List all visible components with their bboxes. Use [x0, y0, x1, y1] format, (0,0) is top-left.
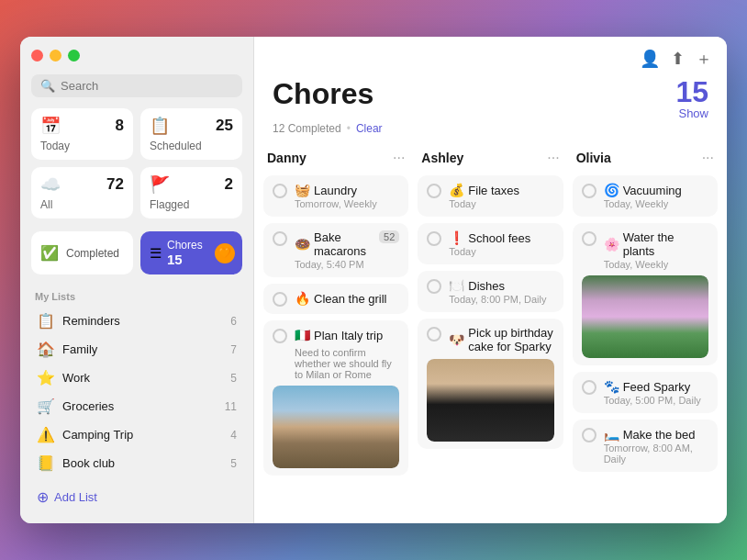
- columns-area: Danny ··· 🧺 Laundry Tomorrow, W: [254, 144, 727, 523]
- share-icon[interactable]: ⬆: [671, 49, 685, 69]
- list-item-groceries[interactable]: 🛒 Groceries 11: [31, 393, 242, 420]
- list-item-work-label: Work: [62, 371, 230, 385]
- task-dishes[interactable]: 🍽️ Dishes Today, 8:00 PM, Daily: [418, 271, 563, 312]
- clear-button[interactable]: Clear: [356, 122, 383, 135]
- task-school-checkbox[interactable]: [427, 231, 441, 246]
- list-item-camping-label: Camping Trip: [62, 428, 230, 442]
- column-header-danny: Danny ···: [263, 144, 408, 172]
- task-italy[interactable]: 🇮🇹 Plan Italy trip Need to confirm wheth…: [263, 320, 408, 476]
- show-button[interactable]: Show: [678, 106, 708, 120]
- list-item-work-count: 5: [230, 372, 237, 385]
- task-macarons-checkbox[interactable]: [273, 231, 287, 246]
- page-title: Chores: [273, 77, 374, 111]
- column-ashley: Ashley ··· 💰 File taxes Today: [418, 144, 563, 514]
- task-vacuuming[interactable]: 🌀 Vacuuming Today, Weekly: [573, 175, 718, 217]
- filter-all[interactable]: ☁️ 72 All: [31, 167, 133, 218]
- person-icon[interactable]: 👤: [640, 49, 660, 69]
- task-cake[interactable]: 🐶 Pick up birthday cake for Sparky: [418, 319, 563, 449]
- flagged-label: Flagged: [150, 198, 233, 211]
- completed-filter[interactable]: ✅ Completed: [31, 231, 133, 274]
- completed-label: Completed: [66, 247, 119, 260]
- olivia-tasks: 🌀 Vacuuming Today, Weekly: [573, 175, 718, 514]
- task-laundry-sub: Tomorrow, Weekly: [295, 198, 399, 209]
- column-menu-olivia[interactable]: ···: [702, 150, 714, 166]
- task-laundry-checkbox[interactable]: [273, 184, 287, 198]
- task-macarons[interactable]: 🍩 Bake macarons Today, 5:40 PM 52: [263, 223, 408, 277]
- add-list-button[interactable]: ⊕ Add List: [31, 484, 242, 510]
- task-vacuuming-checkbox[interactable]: [582, 184, 596, 198]
- task-cake-checkbox[interactable]: [427, 327, 441, 342]
- list-items: 📋 Reminders 6 🏠 Family 7 ⭐ Work 5 🛒 Groc…: [31, 308, 242, 480]
- column-name-ashley: Ashley: [421, 151, 463, 165]
- add-list-label: Add List: [54, 490, 97, 504]
- close-button[interactable]: [31, 50, 43, 62]
- filter-flagged[interactable]: 🚩 2 Flagged: [140, 167, 242, 218]
- task-feed-name: 🐾 Feed Sparky: [604, 379, 708, 394]
- list-item-camping-count: 4: [230, 429, 237, 442]
- fullscreen-button[interactable]: [68, 50, 80, 62]
- list-item-reminders[interactable]: 📋 Reminders 6: [31, 308, 242, 334]
- today-count: 8: [116, 117, 124, 135]
- task-plants[interactable]: 🌸 Water the plants Today, Weekly: [573, 223, 718, 365]
- task-taxes[interactable]: 💰 File taxes Today: [418, 175, 563, 217]
- app-window: 🔍 📅 8 Today 📋 25 Scheduled ☁️: [20, 37, 727, 523]
- list-item-bookclub[interactable]: 📒 Book club 5: [31, 450, 242, 476]
- task-bed[interactable]: 🛏️ Make the bed Tomorrow, 8:00 AM, Daily: [573, 420, 718, 472]
- scheduled-icon: 📋: [150, 116, 170, 136]
- task-school[interactable]: ❗ School fees Today: [418, 223, 563, 264]
- task-taxes-checkbox[interactable]: [427, 184, 441, 198]
- task-italy-note: Need to confirm whether we should fly to…: [273, 347, 399, 380]
- task-plants-sub: Today, Weekly: [604, 259, 708, 270]
- list-item-gardening[interactable]: 🌸 Gardening 15: [31, 478, 242, 480]
- task-italy-checkbox[interactable]: [273, 329, 287, 343]
- task-macarons-sub: Today, 5:40 PM: [295, 259, 372, 270]
- list-item-reminders-label: Reminders: [62, 314, 230, 328]
- task-feed-checkbox[interactable]: [582, 380, 596, 395]
- search-input[interactable]: [61, 79, 233, 93]
- filter-today[interactable]: 📅 8 Today: [31, 108, 133, 160]
- task-grill-checkbox[interactable]: [273, 292, 287, 307]
- task-plants-image: [582, 275, 708, 358]
- task-school-sub: Today: [449, 246, 553, 257]
- groceries-icon: 🛒: [37, 398, 55, 415]
- task-vacuuming-sub: Today, Weekly: [604, 198, 708, 209]
- list-item-camping[interactable]: ⚠️ Camping Trip 4: [31, 421, 242, 448]
- ashley-tasks: 💰 File taxes Today ❗: [418, 175, 563, 514]
- add-button[interactable]: ＋: [696, 48, 712, 70]
- task-plants-checkbox[interactable]: [582, 231, 596, 246]
- task-dishes-checkbox[interactable]: [427, 279, 441, 294]
- all-icon: ☁️: [40, 174, 61, 195]
- minimize-button[interactable]: [50, 50, 61, 62]
- count-show-area: 15 Show: [675, 77, 708, 120]
- column-menu-danny[interactable]: ···: [393, 150, 405, 166]
- task-grill[interactable]: 🔥 Clean the grill: [263, 284, 408, 314]
- chores-avatar: 🧡: [215, 243, 235, 263]
- main-header: Chores 15 Show 12 Completed • Clear: [254, 77, 727, 144]
- task-laundry-name: 🧺 Laundry: [295, 183, 399, 197]
- task-school-name: ❗ School fees: [449, 230, 553, 245]
- main-count: 15: [675, 77, 708, 106]
- filter-scheduled[interactable]: 📋 25 Scheduled: [140, 108, 242, 160]
- list-item-family[interactable]: 🏠 Family 7: [31, 336, 242, 363]
- traffic-lights: [31, 50, 242, 62]
- task-laundry[interactable]: 🧺 Laundry Tomorrow, Weekly: [263, 175, 408, 217]
- chores-filter[interactable]: ☰ Chores 15 🧡: [140, 231, 242, 274]
- list-item-bookclub-label: Book club: [62, 456, 230, 470]
- column-name-olivia: Olivia: [576, 151, 611, 165]
- list-item-work[interactable]: ⭐ Work 5: [31, 364, 242, 391]
- bookclub-icon: 📒: [37, 454, 55, 472]
- chores-label: Chores: [167, 239, 203, 252]
- column-danny: Danny ··· 🧺 Laundry Tomorrow, W: [263, 144, 408, 514]
- completed-count-text: 12 Completed: [273, 122, 341, 135]
- task-feed-sparky[interactable]: 🐾 Feed Sparky Today, 5:00 PM, Daily: [573, 372, 718, 413]
- task-cake-name: 🐶 Pick up birthday cake for Sparky: [449, 326, 553, 353]
- column-header-ashley: Ashley ···: [418, 144, 563, 172]
- task-bed-checkbox[interactable]: [582, 428, 596, 442]
- search-bar[interactable]: 🔍: [31, 74, 242, 97]
- chores-count: 15: [167, 252, 203, 267]
- main-subtitle: 12 Completed • Clear: [273, 122, 708, 135]
- work-icon: ⭐: [37, 369, 55, 386]
- column-menu-ashley[interactable]: ···: [547, 150, 559, 166]
- danny-tasks: 🧺 Laundry Tomorrow, Weekly: [263, 175, 408, 514]
- quick-filters: 📅 8 Today 📋 25 Scheduled ☁️ 72 All: [31, 108, 242, 218]
